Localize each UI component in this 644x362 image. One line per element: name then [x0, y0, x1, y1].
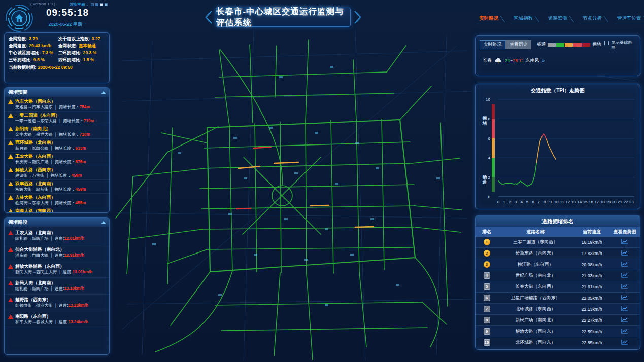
current-speed: 17.83km/h [573, 251, 611, 256]
theme-swatch[interactable] [105, 3, 108, 6]
svg-text:19: 19 [606, 200, 611, 204]
warning-road-name: 吉林大路（东向西） [15, 195, 55, 200]
theme-swatch[interactable] [91, 3, 94, 6]
theme-switcher[interactable]: 切换主题： [69, 2, 108, 7]
alert-triangle-icon [8, 247, 13, 252]
trend-chart-icon[interactable] [611, 250, 639, 257]
main-nav: 实时路况 区域指数 道路监测 节点分析 营运车位置 数据查询 [476, 14, 644, 24]
app-title: 长春市-中心城区交通运行监测与评估系统 [216, 8, 351, 27]
clock: 09:55:18 [40, 7, 95, 18]
trend-chart-icon[interactable] [611, 239, 639, 245]
svg-text:23: 23 [629, 200, 634, 204]
warning-item[interactable]: 工农大路（东向西） 长庆街→新民广场|拥堵长度：576m [5, 153, 109, 166]
theme-label: 切换主题： [69, 2, 89, 7]
trend-chart-icon[interactable] [611, 295, 639, 301]
trend-chart-icon[interactable] [611, 306, 639, 312]
stat-value: 20.3 % [83, 50, 97, 55]
warning-triangle-icon [8, 127, 13, 131]
home-logo[interactable] [5, 4, 33, 32]
congested-route: 浦东路→自由大路 [15, 253, 49, 258]
svg-text:21: 21 [618, 200, 622, 204]
speed-value: 13.24km/h [68, 320, 88, 324]
warning-item[interactable]: 汽车大路（西向东） 无名路→汽车大路东|拥堵长度：754m [5, 98, 109, 112]
trend-chart-icon[interactable] [611, 328, 639, 335]
warning-item[interactable]: 吉林大路（东向西） 临河街→东泰大街|拥堵长度：455m [5, 194, 109, 207]
chart-title: 交通指数（TPI）走势图 [476, 87, 640, 94]
tab-realtime[interactable]: 实时路况 [480, 40, 505, 49]
stat-label: 全网状态: [58, 43, 77, 48]
warning-route: 富民大街→站前街 [15, 187, 49, 192]
trend-chart-icon[interactable] [611, 261, 639, 268]
separator: | [59, 119, 60, 123]
congestion-warning-panel: 拥堵预警 汽车大路（西向东） 无名路→汽车大路东|拥堵长度：754m 一零二国道… [4, 87, 110, 213]
theme-swatch[interactable] [95, 3, 98, 6]
trend-chart-icon[interactable] [611, 283, 639, 290]
tab-history[interactable]: 查看历史 [505, 40, 531, 49]
congested-item[interactable]: 工农大路（北向南） 隆礼路→新民广场|速度:12.01km/h [5, 228, 109, 244]
warning-item[interactable]: 西环城路（北向南） 新月路→长白公路|拥堵长度：633m [5, 139, 109, 153]
nav-item-road-monitor[interactable]: 道路监测 [545, 14, 570, 24]
svg-text:7: 7 [538, 200, 540, 204]
table-row: 4 世纪广场（南向北） 21.03km/h [476, 270, 640, 281]
current-speed: 21.03km/h [573, 273, 611, 278]
road-name: 长新东路（西向东） [498, 250, 573, 257]
svg-text:4: 4 [488, 156, 491, 160]
congested-item[interactable]: 仙台大街辅路（南向北） 浦东路→自由大路|速度:12.91km/h [5, 244, 109, 261]
nav-item-node-analysis[interactable]: 节点分析 [580, 14, 605, 24]
warning-route: 一零一省道→东荣大路 [15, 119, 57, 123]
length-value: 754m [80, 105, 90, 110]
road-name: 柳江路（东向西） [498, 262, 573, 268]
length-value: 459m [71, 173, 82, 178]
checkbox-icon[interactable] [604, 41, 609, 45]
congested-item[interactable]: 解放大路辅路（东向西） 新民大街→西民主大街|速度:13.01km/h [5, 261, 109, 278]
current-speed: 22.05km/h [573, 296, 611, 301]
warning-triangle-icon [8, 168, 13, 172]
length-label: 拥堵长度： [50, 173, 71, 178]
speed-value: 13.28km/h [68, 303, 88, 308]
svg-text:22: 22 [623, 200, 628, 204]
trend-chart-icon[interactable] [611, 272, 639, 279]
trend-chart-icon[interactable] [611, 317, 639, 323]
trend-chart-icon[interactable] [611, 339, 639, 346]
warning-item[interactable]: 南湖大路（东向西） 南湖新村中街→南湖广场|拥堵长度：438m [5, 207, 109, 212]
theme-swatch[interactable] [100, 3, 103, 6]
warning-item[interactable]: 解放大路（西向东） 建设街→万宝街|拥堵长度：459m [5, 166, 109, 180]
warning-item[interactable]: 一零二国道（东向西） 一零一省道→东荣大路|拥堵长度：719m [5, 112, 109, 125]
warning-road-name: 解放大路（西向东） [15, 167, 55, 172]
nav-item-region-index[interactable]: 区域指数 [511, 14, 536, 24]
road-condition-panel: 实时路况 查看历史 畅通 拥堵 显示基础路网 长春 21~28℃ 东南风 » [475, 35, 640, 76]
table-row: 1 三零二国道（东向西） 16.19km/h [476, 237, 640, 248]
length-value: 576m [76, 160, 86, 164]
congested-item[interactable]: 南阳路（东向西） 和平大街→春城大街|速度:13.24km/h [5, 311, 109, 328]
warning-item[interactable]: 新阳街（南向北） 金宇大路→盛世大路|拥堵长度：710m [5, 125, 109, 139]
table-row: 5 长春大街（东向西） 21.61km/h [476, 281, 640, 293]
warning-road-name: 一零二国道（东向西） [15, 113, 60, 118]
svg-text:12: 12 [565, 200, 570, 204]
weather-more-icon[interactable]: » [541, 58, 545, 63]
warning-triangle-icon [8, 140, 13, 145]
collapse-icon[interactable] [101, 221, 106, 224]
nav-item-realtime[interactable]: 实时路况 [476, 14, 501, 24]
collapse-icon[interactable] [101, 91, 106, 94]
separator: | [51, 160, 52, 164]
table-row: 8 新民广场（南向北） 22.27km/h [476, 315, 640, 326]
nav-item-fleet-location[interactable]: 营运车位置 [614, 14, 644, 24]
congested-item[interactable]: 越野路（西向东） 红领巾街→创业大街|速度:13.28km/h [5, 295, 109, 311]
road-name: 世纪广场（南向北） [498, 273, 573, 279]
stat-value: 3.27 [92, 36, 100, 41]
congested-item[interactable]: 新民大街（北向南） 隆礼路→新民广场|速度:13.18km/h [5, 278, 109, 295]
stat-value: 9.5 % [33, 57, 45, 62]
current-speed: 21.61km/h [573, 284, 611, 289]
warning-item[interactable]: 双丰西路（北向南） 富民大街→站前街|拥堵长度：459m [5, 180, 109, 194]
road-name: 长春大街（东向西） [498, 284, 573, 290]
length-label: 拥堵长度： [59, 105, 80, 110]
rank-badge: 5 [484, 283, 490, 290]
length-label: 拥堵长度： [59, 132, 80, 137]
congested-road-name: 工农大路（北向南） [15, 230, 55, 235]
legend-chip [556, 43, 564, 47]
base-network-checkbox[interactable]: 显示基础路网 [604, 40, 636, 50]
svg-text:拥堵: 拥堵 [482, 116, 487, 126]
table-row: 6 卫星广场辅路（西向东） 22.05km/h [476, 293, 640, 304]
date: 2020-06-22 星期一 [40, 21, 95, 28]
title-left-ornament [205, 11, 213, 24]
